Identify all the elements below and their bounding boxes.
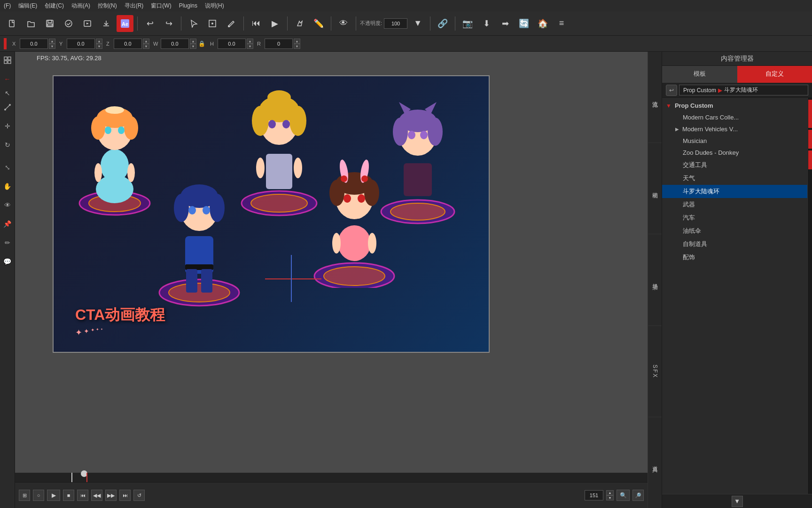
camera-button[interactable]: 📷 bbox=[459, 15, 476, 32]
tab-template[interactable]: 模板 bbox=[662, 66, 737, 83]
tool-grid[interactable] bbox=[1, 54, 14, 67]
prev-frame-btn[interactable]: ⏮ bbox=[248, 15, 265, 32]
zoom-in-btn[interactable]: 🔍 bbox=[617, 490, 630, 501]
h-down[interactable]: ▼ bbox=[247, 44, 253, 49]
store-button[interactable] bbox=[60, 15, 77, 32]
align-v-button[interactable]: ⬇ bbox=[478, 15, 495, 32]
loop-btn[interactable]: ↺ bbox=[133, 490, 145, 501]
timeline-marker[interactable] bbox=[86, 473, 87, 482]
tree-item-zoo-dudes[interactable]: Zoo Dudes - Donkey bbox=[662, 147, 807, 159]
frame-down[interactable]: ▼ bbox=[606, 495, 614, 500]
z-input[interactable] bbox=[114, 39, 142, 49]
select-tool[interactable] bbox=[185, 15, 202, 32]
tool-eye[interactable]: 👁 bbox=[1, 198, 14, 212]
r-input[interactable] bbox=[265, 39, 293, 49]
tree-item-musician[interactable]: Musician bbox=[662, 135, 807, 147]
timeline-playhead[interactable] bbox=[71, 473, 72, 482]
menu-create[interactable]: 创建(C) bbox=[45, 2, 64, 10]
label-animation[interactable]: 动画 bbox=[648, 143, 662, 234]
single-view-btn[interactable]: ○ bbox=[33, 490, 44, 501]
tool-pencil[interactable]: ✏ bbox=[1, 236, 14, 249]
tree-item-traffic[interactable]: 交通工具 bbox=[662, 159, 807, 172]
tree-item-accessories[interactable]: 配饰 bbox=[662, 251, 807, 264]
next-key-btn[interactable]: ⏭ bbox=[119, 490, 131, 501]
zoom-out-btn[interactable]: 🔎 bbox=[632, 490, 644, 501]
menu-window[interactable]: 窗口(W) bbox=[151, 2, 171, 10]
h-up[interactable]: ▲ bbox=[247, 39, 253, 44]
tool-speech[interactable]: 💬 bbox=[1, 255, 14, 268]
tree-item-cars[interactable]: 汽车 bbox=[662, 211, 807, 224]
tool-scale[interactable]: ⤡ bbox=[1, 161, 14, 174]
open-button[interactable] bbox=[23, 15, 39, 32]
h-input[interactable] bbox=[218, 39, 246, 49]
back-button[interactable]: ↩ bbox=[666, 85, 677, 96]
align-h-button[interactable]: ➡ bbox=[497, 15, 514, 32]
w-input[interactable] bbox=[161, 39, 189, 49]
y-input[interactable] bbox=[67, 39, 95, 49]
preview-button[interactable] bbox=[79, 15, 96, 32]
canvas-frame[interactable]: CTA动画教程 ✦ ✦ ✦ ✦ ✦ bbox=[53, 75, 490, 353]
undo-button[interactable]: ↩ bbox=[141, 15, 158, 32]
label-scene[interactable]: 场景 bbox=[648, 234, 662, 325]
tree-item-modern-cars[interactable]: Modern Cars Colle... bbox=[662, 111, 807, 123]
tool-move[interactable]: ✛ bbox=[1, 119, 14, 133]
frame-up[interactable]: ▲ bbox=[606, 490, 614, 495]
stop-btn[interactable]: ■ bbox=[63, 490, 74, 501]
tool-arrow[interactable]: ← bbox=[1, 72, 14, 86]
w-up[interactable]: ▲ bbox=[190, 39, 196, 44]
tool-cursor[interactable]: ↖ bbox=[1, 87, 14, 100]
panel-down-btn[interactable]: ▼ bbox=[732, 496, 743, 507]
menu-export[interactable]: 寻出(R) bbox=[125, 2, 144, 10]
eye-tool[interactable]: 👁 bbox=[335, 15, 352, 32]
x-up[interactable]: ▲ bbox=[49, 39, 55, 44]
y-down[interactable]: ▼ bbox=[96, 44, 102, 49]
label-track[interactable]: 道具 bbox=[648, 417, 662, 508]
y-up[interactable]: ▲ bbox=[96, 39, 102, 44]
menu-animate[interactable]: 动画(A) bbox=[71, 2, 90, 10]
x-down[interactable]: ▼ bbox=[49, 44, 55, 49]
play-btn[interactable]: ▶ bbox=[47, 490, 60, 501]
prev-frame-btn2[interactable]: ◀◀ bbox=[91, 490, 102, 501]
export-button[interactable] bbox=[98, 15, 115, 32]
tool-hand[interactable]: ✋ bbox=[1, 180, 14, 193]
r-up[interactable]: ▲ bbox=[294, 39, 300, 44]
r-down[interactable]: ▼ bbox=[294, 44, 300, 49]
menu-plugins[interactable]: Plugins bbox=[179, 2, 197, 9]
tool-pin[interactable]: 📌 bbox=[1, 217, 14, 230]
new-button[interactable] bbox=[4, 15, 21, 32]
tree-item-prop-custom[interactable]: ▼Prop Custom bbox=[662, 100, 807, 111]
save-button[interactable] bbox=[41, 15, 58, 32]
redo-button[interactable]: ↪ bbox=[160, 15, 177, 32]
home-button[interactable]: 🏠 bbox=[534, 15, 551, 32]
transform-tool[interactable] bbox=[204, 15, 221, 32]
opacity-dropdown[interactable]: ▼ bbox=[409, 15, 426, 32]
tree-item-diy-track[interactable]: 自制道具 bbox=[662, 238, 807, 251]
brush-tool[interactable]: ✏️ bbox=[310, 15, 327, 32]
label-sfx[interactable]: SFX bbox=[648, 326, 662, 417]
x-input[interactable] bbox=[20, 39, 48, 49]
tree-item-modern-vehicles[interactable]: ▶Modern Vehicles V... bbox=[662, 123, 807, 135]
menu-file[interactable]: (F) bbox=[4, 2, 11, 9]
menu-edit[interactable]: 编辑(E) bbox=[18, 2, 37, 10]
paint-tool[interactable] bbox=[223, 15, 240, 32]
prev-key-btn[interactable]: ⏮ bbox=[77, 490, 88, 501]
tree-item-douluo[interactable]: 斗罗大陆魂环 bbox=[662, 185, 807, 198]
more-button[interactable]: ≡ bbox=[553, 15, 570, 32]
w-down[interactable]: ▼ bbox=[190, 44, 196, 49]
z-down[interactable]: ▼ bbox=[143, 44, 149, 49]
tool-rotate[interactable]: ↻ bbox=[1, 138, 14, 151]
next-frame-btn[interactable]: ▶▶ bbox=[105, 490, 117, 501]
ae-button[interactable]: Ae bbox=[117, 15, 133, 32]
play-button[interactable]: ▶ bbox=[266, 15, 283, 32]
tree-item-weapons[interactable]: 武器 bbox=[662, 198, 807, 211]
frame-input[interactable] bbox=[585, 490, 603, 500]
tree-item-oil-umbrella[interactable]: 油纸伞 bbox=[662, 224, 807, 238]
menu-help[interactable]: 说明(H) bbox=[205, 2, 224, 10]
menu-control[interactable]: 控制(N) bbox=[98, 2, 117, 10]
label-browse[interactable]: 流览 bbox=[648, 52, 662, 143]
grid-view-btn[interactable]: ⊞ bbox=[19, 490, 30, 501]
link-button[interactable]: 🔗 bbox=[434, 15, 451, 32]
tab-custom[interactable]: 自定义 bbox=[737, 66, 812, 83]
z-up[interactable]: ▲ bbox=[143, 39, 149, 44]
tree-item-weather[interactable]: 天气 bbox=[662, 172, 807, 185]
